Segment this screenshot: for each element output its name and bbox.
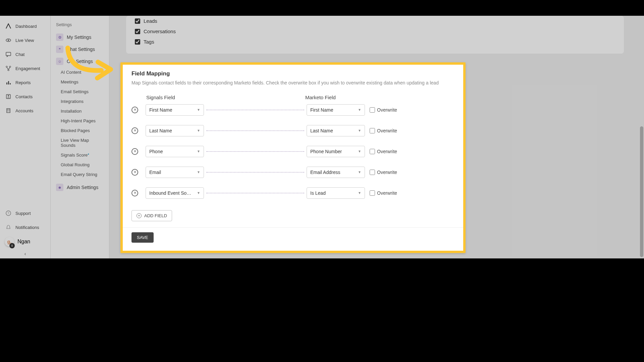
save-button[interactable]: SAVE: [131, 232, 154, 243]
nav-dashboard-label: Dashboard: [15, 24, 37, 29]
eye-icon: [5, 37, 12, 44]
tags-checkbox[interactable]: [135, 39, 140, 45]
remove-field-button[interactable]: ✕: [131, 190, 138, 196]
nav-contacts-label: Contacts: [15, 94, 33, 99]
signals-field-select[interactable]: Last Name ▼: [146, 125, 204, 136]
people-icon: ☺: [56, 58, 63, 65]
scrollbar-thumb[interactable]: [640, 126, 643, 257]
sub-email-settings[interactable]: Email Settings: [51, 87, 109, 97]
bell-icon: [5, 224, 12, 231]
signals-field-select[interactable]: Phone ▼: [146, 146, 204, 157]
nav-liveview-label: Live View: [15, 38, 34, 43]
nav-reports[interactable]: Reports: [0, 75, 50, 89]
mapping-connector: [206, 193, 304, 193]
overwrite-checkbox[interactable]: [370, 170, 375, 175]
remove-field-button[interactable]: ✕: [131, 107, 138, 113]
nav-chat[interactable]: Chat: [0, 47, 50, 61]
sub-high-intent[interactable]: High-Intent Pages: [51, 116, 109, 126]
check-conversations[interactable]: Conversations: [135, 26, 615, 37]
conversations-checkbox[interactable]: [135, 29, 140, 34]
collapse-nav[interactable]: ‹: [0, 249, 50, 258]
nav-dashboard[interactable]: Dashboard: [0, 19, 50, 33]
scrollbar[interactable]: [639, 16, 644, 258]
nav-contacts[interactable]: Contacts: [0, 89, 50, 104]
bars-icon: [5, 79, 12, 86]
chevron-down-icon: ▼: [197, 129, 200, 132]
card-sync-options: Leads Conversations Tags: [126, 16, 624, 54]
svg-point-5: [8, 69, 9, 71]
sub-installation[interactable]: Installation: [51, 106, 109, 116]
signals-field-select[interactable]: Inbound Event So… ▼: [146, 187, 204, 199]
sub-ai-content[interactable]: AI Content: [51, 67, 109, 77]
chat-settings[interactable]: ❝ Chat Settings: [51, 43, 109, 55]
sub-blocked-pages[interactable]: Blocked Pages: [51, 126, 109, 135]
overwrite-toggle[interactable]: Overwrite: [370, 170, 397, 175]
sub-signals-score[interactable]: Signals Score●: [51, 150, 109, 160]
sub-meetings[interactable]: Meetings: [51, 77, 109, 87]
svg-rect-6: [6, 82, 7, 84]
overwrite-toggle[interactable]: Overwrite: [370, 149, 397, 154]
marketo-field-select[interactable]: Is Lead ▼: [307, 187, 365, 199]
nav-accounts[interactable]: Accounts: [0, 104, 50, 118]
overwrite-checkbox[interactable]: [370, 128, 375, 133]
sub-email-query[interactable]: Email Query String: [51, 170, 109, 179]
svg-text:?: ?: [7, 212, 9, 215]
marketo-field-select[interactable]: Email Address ▼: [307, 167, 365, 178]
chevron-down-icon: ▼: [358, 129, 361, 132]
remove-field-button[interactable]: ✕: [131, 127, 138, 134]
gear-icon: ✿: [56, 34, 63, 41]
signals-field-header: Signals Field: [146, 95, 206, 100]
chevron-left-icon: ‹: [24, 251, 26, 256]
svg-rect-2: [6, 52, 11, 56]
overwrite-toggle[interactable]: Overwrite: [370, 128, 397, 133]
overwrite-toggle[interactable]: Overwrite: [370, 107, 397, 113]
nav-support[interactable]: ? Support: [0, 206, 50, 220]
add-field-button[interactable]: + ADD FIELD: [131, 210, 172, 221]
svg-point-4: [9, 66, 11, 67]
marketo-field-select[interactable]: Phone Number ▼: [307, 146, 365, 157]
my-settings[interactable]: ✿ My Settings: [51, 31, 109, 43]
field-mapping-highlight: Field Mapping Map Signals contact fields…: [120, 62, 466, 253]
sub-global-routing[interactable]: Global Routing: [51, 160, 109, 170]
field-mapping-title: Field Mapping: [131, 70, 454, 77]
overwrite-toggle[interactable]: Overwrite: [370, 190, 397, 196]
signals-field-select[interactable]: First Name ▼: [146, 104, 204, 116]
remove-field-button[interactable]: ✕: [131, 148, 138, 155]
check-leads[interactable]: Leads: [135, 16, 615, 26]
overwrite-checkbox[interactable]: [370, 107, 375, 113]
marketo-field-select[interactable]: Last Name ▼: [307, 125, 365, 136]
overwrite-checkbox[interactable]: [370, 149, 375, 154]
svg-rect-14: [7, 111, 8, 111]
sub-integrations[interactable]: Integrations: [51, 97, 109, 106]
svg-point-10: [8, 95, 9, 97]
svg-rect-8: [10, 83, 11, 84]
chevron-down-icon: ▼: [197, 149, 200, 153]
field-mapping-card: Field Mapping Map Signals contact fields…: [123, 65, 463, 251]
nav-primary: Dashboard Live View Chat Engagement Repo…: [0, 16, 51, 258]
marketo-field-select[interactable]: First Name ▼: [307, 104, 365, 116]
remove-field-button[interactable]: ✕: [131, 169, 138, 176]
check-tags[interactable]: Tags: [135, 37, 615, 47]
mapping-connector: [206, 130, 304, 131]
nav-engagement[interactable]: Engagement: [0, 61, 50, 75]
nav-support-label: Support: [15, 211, 31, 216]
sub-live-view-sounds[interactable]: Live View Map Sounds: [51, 135, 109, 150]
svg-rect-12: [7, 109, 8, 110]
admin-settings[interactable]: ☻ Admin Settings: [51, 181, 109, 193]
overwrite-checkbox[interactable]: [370, 190, 375, 196]
nav-liveview[interactable]: Live View: [0, 33, 50, 47]
nav-reports-label: Reports: [15, 80, 31, 85]
nav-notifications[interactable]: Notifications: [0, 220, 50, 234]
chevron-down-icon: ▼: [197, 170, 200, 174]
chevron-down-icon: ▼: [358, 108, 361, 112]
user-row[interactable]: g. Ngan 8: [0, 234, 50, 249]
leads-checkbox[interactable]: [135, 18, 140, 24]
nav-notifications-label: Notifications: [15, 225, 39, 230]
svg-rect-13: [9, 109, 9, 110]
user-badge: 8: [9, 243, 15, 248]
logo-icon: [5, 22, 12, 30]
signals-field-select[interactable]: Email ▼: [146, 167, 204, 178]
org-settings[interactable]: ☺ Org Settings: [51, 55, 109, 67]
admin-icon: ☻: [56, 184, 63, 191]
map-row: ✕ Email ▼ Email Address ▼ Overwrite: [131, 167, 454, 178]
